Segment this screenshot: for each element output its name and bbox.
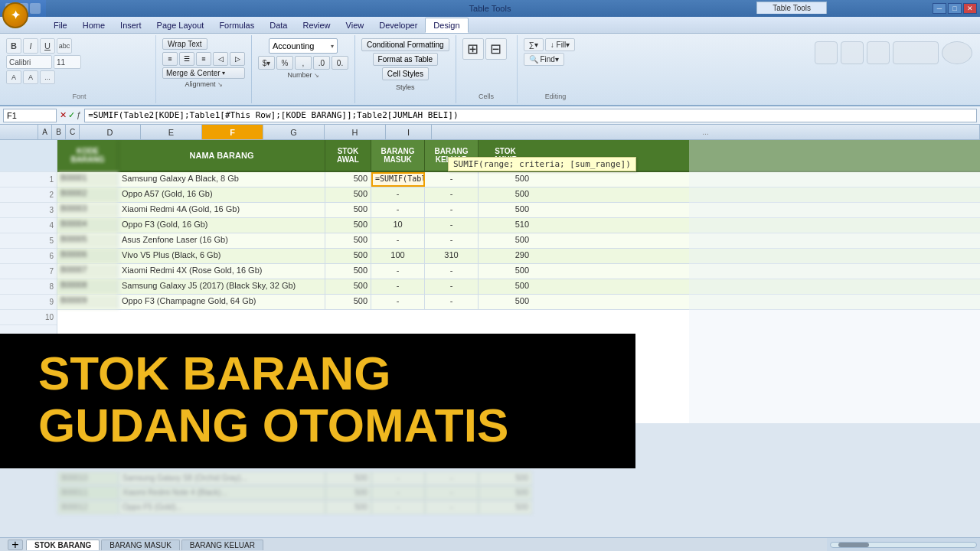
akhir-cell-6: 290 (479, 249, 532, 263)
stok-awal-cell: 500 (325, 187, 371, 202)
formula-tooltip: SUMIF(range; criteria; [sum_range]) (448, 157, 636, 171)
title-bar-controls: ─ □ ✕ (933, 3, 977, 14)
formula-bar: F1 ✕ ✓ ƒ =SUMIF(Table2[KODE];Table1[#Thi… (0, 106, 980, 125)
masuk-cell-5: - (371, 233, 425, 248)
kode-cell: B00003 (57, 203, 119, 217)
table-tools-label: Table Tools (469, 4, 511, 13)
overlay-title: STOK BARANG GUDANG OTOMATIS (0, 334, 635, 468)
masuk-cell-3: - (371, 203, 425, 217)
overlay-line1: STOK BARANG (38, 347, 612, 399)
keluar-cell-4: - (425, 218, 479, 233)
decrease-decimal-button[interactable]: 0. (332, 56, 348, 70)
minimize-button[interactable]: ─ (933, 3, 946, 14)
header-nama-barang: NAMA BARANG (190, 151, 254, 160)
col-header-rest: ... (432, 125, 980, 139)
col-header-B[interactable]: B (52, 125, 66, 139)
percent-button[interactable]: % (276, 56, 293, 70)
kode-cell: B00008 (57, 279, 119, 294)
col-header-I[interactable]: I (386, 125, 432, 139)
align-center-button[interactable]: ☰ (179, 52, 194, 66)
header-stok-awal: STOKAWAL (337, 147, 359, 164)
nama-cell: Samsung Galaxy J5 (2017) (Black Sky, 32 … (119, 279, 325, 294)
nama-cell: Asus Zenfone Laser (16 Gb) (119, 233, 325, 248)
kode-cell: B00006 (57, 249, 119, 263)
akhir-cell-8: 500 (479, 279, 532, 294)
stok-awal-cell: 500 (325, 218, 371, 233)
nama-cell: Oppo A57 (Gold, 16 Gb) (119, 187, 325, 202)
confirm-formula-icon[interactable]: ✓ (68, 110, 75, 120)
cell-styles-button[interactable]: Cell Styles (382, 67, 429, 80)
stok-awal-cell: 500 (325, 233, 371, 248)
excel-wrapper: ✦ Table Tools ─ □ ✕ File Home Insert Pag… (0, 0, 980, 551)
wrap-text-button[interactable]: Wrap Text (162, 38, 207, 50)
formula-input[interactable]: =SUMIF(Table2[KODE];Table1[#This Row];[K… (84, 109, 977, 122)
col-header-D[interactable]: D (80, 125, 141, 139)
row-num-header (0, 125, 38, 139)
alignment-group: Wrap Text ≡ ☰ ≡ ◁ ▷ Merge & Center ▾ Ali… (156, 35, 252, 103)
stok-awal-cell: 500 (325, 295, 371, 309)
name-box[interactable]: F1 (3, 109, 57, 122)
col-header-E[interactable]: E (141, 125, 202, 139)
akhir-cell-9: 500 (479, 295, 532, 309)
col-header-G[interactable]: G (263, 125, 325, 139)
nama-cell: Xiaomi Redmi 4X (Rose Gold, 16 Gb) (119, 264, 325, 279)
tab-data[interactable]: Data (262, 18, 295, 33)
tab-page-layout[interactable]: Page Layout (149, 18, 212, 33)
sheet-tabs: + STOK BARANG BARANG MASUK BARANG KELUAR (0, 537, 980, 551)
tab-insert[interactable]: Insert (113, 18, 149, 33)
styles-label: Styles (396, 83, 415, 91)
akhir-cell-7: 500 (479, 264, 532, 279)
sheet-tab-barang-masuk[interactable]: BARANG MASUK (101, 540, 180, 550)
tab-file[interactable]: File (46, 18, 75, 33)
sheet-tab-barang-keluar[interactable]: BARANG KELUAR (181, 540, 263, 550)
menu-tabs: File Home Insert Page Layout Formulas Da… (0, 17, 980, 34)
title-bar: ✦ Table Tools ─ □ ✕ (0, 0, 980, 17)
akhir-cell-4: 510 (479, 218, 532, 233)
stok-awal-cell: 500 (325, 249, 371, 263)
format-as-table-button[interactable]: Format as Table (373, 53, 439, 66)
masuk-cell-7: - (371, 264, 425, 279)
kode-cell: B00005 (57, 233, 119, 248)
header-barang-masuk: BARANGMASUK (381, 147, 415, 164)
close-button[interactable]: ✕ (963, 3, 977, 14)
stok-awal-cell: 500 (325, 279, 371, 294)
maximize-button[interactable]: □ (948, 3, 962, 14)
sheet-tab-stok-barang[interactable]: STOK BARANG (26, 540, 100, 550)
col-header-F-active[interactable]: F (202, 125, 263, 139)
merge-center-button[interactable]: Merge & Center ▾ (162, 67, 245, 79)
tab-developer[interactable]: Developer (371, 18, 425, 33)
align-left-button[interactable]: ≡ (162, 52, 178, 66)
currency-button[interactable]: $▾ (258, 56, 275, 70)
tab-design[interactable]: Design (425, 18, 468, 33)
keluar-cell-9: - (425, 295, 479, 309)
align-right-button[interactable]: ≡ (196, 52, 211, 66)
insert-function-icon[interactable]: ƒ (77, 110, 81, 120)
styles-group: Conditional Formatting Format as Table C… (355, 35, 456, 103)
tab-review[interactable]: Review (295, 18, 338, 33)
comma-button[interactable]: , (295, 56, 312, 70)
keluar-cell-6: 310 (425, 249, 479, 263)
cancel-formula-icon[interactable]: ✕ (60, 110, 67, 120)
keluar-cell-3: - (425, 203, 479, 217)
tab-home[interactable]: Home (75, 18, 113, 33)
keluar-cell-7: - (425, 264, 479, 279)
indent-increase-button[interactable]: ▷ (230, 52, 245, 66)
col-header-A[interactable]: A (38, 125, 52, 139)
col-header-H[interactable]: H (325, 125, 386, 139)
keluar-cell-2: - (425, 187, 479, 202)
tab-formulas[interactable]: Formulas (211, 18, 262, 33)
active-formula-cell[interactable]: =SUMIF(Table2[KODE];Table1[[#This Row];[… (371, 172, 425, 187)
col-header-C[interactable]: C (66, 125, 80, 139)
stok-awal-cell: 500 (325, 264, 371, 279)
kode-cell: B00001 (57, 172, 119, 187)
masuk-cell-8: - (371, 279, 425, 294)
masuk-cell-9: - (371, 295, 425, 309)
conditional-formatting-button[interactable]: Conditional Formatting (361, 38, 449, 51)
number-format-dropdown[interactable]: Accounting ▾ (269, 38, 338, 54)
indent-decrease-button[interactable]: ◁ (213, 52, 228, 66)
akhir-cell-2: 500 (479, 187, 532, 202)
increase-decimal-button[interactable]: .0 (313, 56, 330, 70)
tab-view[interactable]: View (338, 18, 372, 33)
ribbon: B I U abc Calibri 11 A A ... Font Wrap T… (0, 34, 980, 106)
add-sheet-button[interactable]: + (8, 540, 23, 550)
